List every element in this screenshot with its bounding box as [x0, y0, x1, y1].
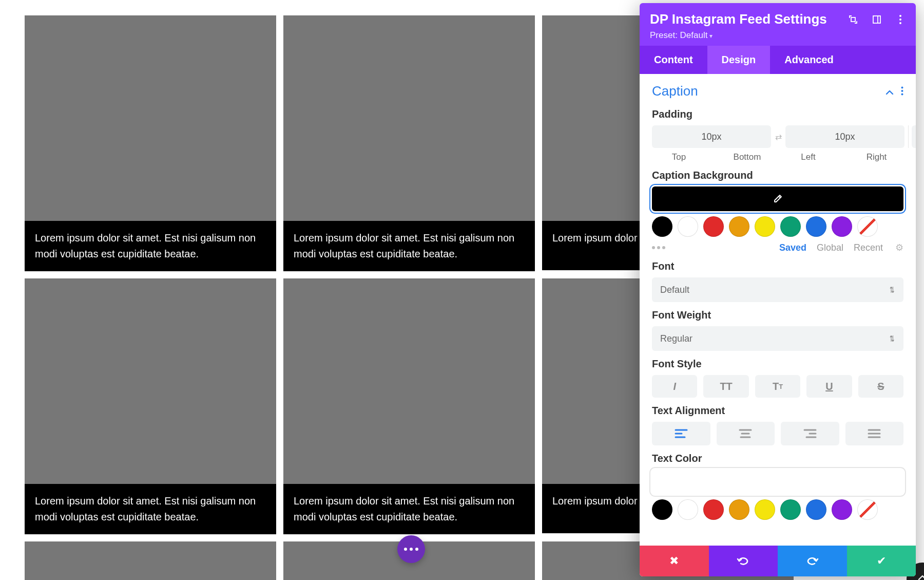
undo-button[interactable] [709, 546, 778, 576]
redo-button[interactable] [778, 546, 847, 576]
font-label: Font [652, 260, 903, 272]
tab-advanced[interactable]: Advanced [770, 46, 848, 74]
color-swatch[interactable] [703, 499, 724, 520]
font-weight-select[interactable] [652, 326, 903, 351]
feed-card[interactable]: Lorem ipsum dolor sit amet. Est nisi gal… [283, 15, 535, 271]
svg-point-4 [899, 18, 901, 21]
divider [908, 125, 909, 148]
align-justify-button[interactable] [845, 422, 904, 445]
settings-panel: DP Instagram Feed Settings Preset: Defau… [640, 3, 916, 576]
color-swatch[interactable] [729, 216, 749, 237]
swatch-picker[interactable] [652, 470, 903, 494]
color-swatch[interactable] [678, 499, 698, 520]
feed-image [25, 278, 276, 484]
color-swatch[interactable] [703, 216, 724, 237]
color-swatch[interactable] [832, 499, 852, 520]
section-caption[interactable]: Caption [652, 83, 903, 99]
padding-bottom-sub: Bottom [720, 152, 774, 162]
uppercase-button[interactable]: TT [703, 375, 748, 398]
feed-caption: Lorem ipsum dolor sit amet. Est nisi gal… [25, 221, 276, 271]
colors-tab-global[interactable]: Global [817, 242, 843, 253]
color-swatch[interactable] [780, 216, 801, 237]
colors-tab-saved[interactable]: Saved [779, 242, 806, 253]
svg-point-7 [901, 90, 903, 92]
color-swatch[interactable] [806, 499, 826, 520]
svg-rect-0 [851, 17, 855, 22]
feed-image [25, 15, 276, 221]
colors-tab-recent[interactable]: Recent [854, 242, 883, 253]
feed-card[interactable]: Lorem ipsum dolor sit amet. Est nisi gal… [283, 278, 535, 534]
link-icon[interactable]: ⇄ [771, 132, 785, 142]
padding-top-sub: Top [652, 152, 706, 162]
feed-image [283, 15, 535, 221]
color-swatch[interactable] [652, 499, 672, 520]
chevron-up-icon[interactable] [886, 83, 894, 99]
more-dots-icon[interactable] [652, 246, 665, 249]
padding-top-input[interactable] [652, 125, 771, 148]
color-swatch[interactable] [755, 216, 775, 237]
feed-caption: Lorem ipsum dolor sit amet. Est nisi gal… [283, 484, 535, 534]
color-swatch[interactable] [755, 499, 775, 520]
feed-image [25, 541, 276, 580]
padding-label: Padding [652, 108, 903, 120]
feed-caption: Lorem ipsum dolor sit amet. Est nisi gal… [283, 221, 535, 271]
feed-caption: Lorem ipsum dolor sit amet. Est nisi gal… [25, 484, 276, 534]
color-swatch[interactable] [832, 216, 852, 237]
font-select[interactable] [652, 277, 903, 302]
module-actions-fab[interactable] [397, 535, 425, 563]
eyedropper-icon [652, 186, 903, 211]
dock-icon[interactable] [872, 14, 882, 25]
caption-bg-swatches [652, 186, 903, 237]
padding-right-sub: Right [850, 152, 903, 162]
feed-card[interactable]: Lorem ipsum dolor sit amet. Est nisi gal… [25, 15, 276, 271]
feed-card[interactable]: Lorem ipsum dolor sit amet. Est nisi gal… [25, 278, 276, 534]
text-color-label: Text Color [652, 453, 903, 464]
feed-image [283, 278, 535, 484]
text-align-label: Text Alignment [652, 405, 903, 417]
panel-tabs: Content Design Advanced [640, 46, 916, 74]
svg-rect-1 [873, 16, 880, 23]
cancel-button[interactable]: ✖ [640, 546, 709, 576]
kebab-icon[interactable] [895, 14, 906, 25]
color-swatch[interactable] [652, 216, 672, 237]
feed-card[interactable] [25, 541, 276, 580]
swatch-none[interactable] [857, 216, 878, 237]
panel-body[interactable]: Caption Padding ⇄ ⇄ Top Bottom Le [640, 74, 916, 576]
svg-point-3 [899, 15, 901, 17]
tab-design[interactable]: Design [707, 46, 771, 74]
swatch-none[interactable] [857, 499, 878, 520]
color-swatch[interactable] [806, 216, 826, 237]
caption-bg-label: Caption Background [652, 170, 903, 181]
panel-title: DP Instagram Feed Settings [650, 11, 827, 27]
align-center-button[interactable] [717, 422, 775, 445]
strikethrough-button[interactable]: S [858, 375, 903, 398]
kebab-icon[interactable] [901, 83, 903, 99]
color-swatch[interactable] [780, 499, 801, 520]
svg-point-5 [899, 22, 901, 24]
section-title: Caption [652, 83, 698, 99]
padding-bottom-input[interactable] [785, 125, 904, 148]
svg-point-6 [901, 87, 903, 89]
font-weight-label: Font Weight [652, 309, 903, 321]
eyedropper-icon [652, 470, 903, 494]
svg-point-8 [901, 93, 903, 96]
underline-button[interactable]: U [806, 375, 852, 398]
panel-footer: ✖ ✔ [640, 546, 916, 576]
font-style-label: Font Style [652, 358, 903, 370]
color-swatch[interactable] [729, 499, 749, 520]
color-swatch[interactable] [678, 216, 698, 237]
smallcaps-button[interactable]: TT [755, 375, 800, 398]
panel-header: DP Instagram Feed Settings Preset: Defau… [640, 3, 916, 46]
swatch-picker[interactable] [652, 186, 903, 211]
save-button[interactable]: ✔ [847, 546, 916, 576]
preset-dropdown[interactable]: Preset: Default [650, 30, 906, 41]
expand-icon[interactable] [848, 14, 858, 25]
gear-icon[interactable]: ⚙ [895, 242, 903, 253]
padding-left-input[interactable] [912, 125, 916, 148]
padding-left-sub: Left [781, 152, 835, 162]
tab-content[interactable]: Content [640, 46, 707, 74]
italic-button[interactable]: I [652, 375, 697, 398]
align-left-button[interactable] [652, 422, 710, 445]
align-right-button[interactable] [781, 422, 839, 445]
text-color-swatches [652, 470, 903, 520]
